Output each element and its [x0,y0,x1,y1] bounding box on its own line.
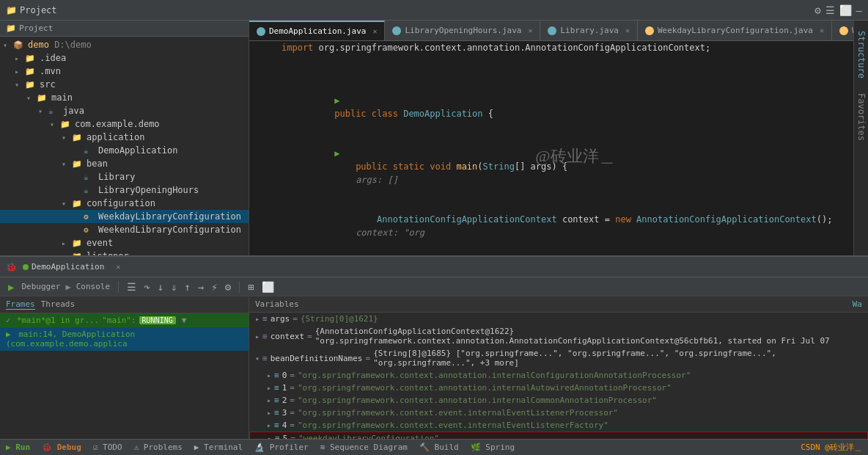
tree-item-event[interactable]: ▸ 📁 event [0,236,249,250]
dropdown-arrow[interactable]: ▼ [182,316,187,325]
tree-item-java[interactable]: ▾ ☕ java [0,104,249,117]
tab-library[interactable]: Library.java ✕ [540,21,638,40]
tree-item-bean[interactable]: ▾ 📁 bean [0,157,249,170]
tab-label-demo: DemoApplication.java [269,26,366,36]
var-item-bdn[interactable]: ▾ ≡ beanDefinitionNames = {String[8]@168… [249,347,868,369]
tree-item-listener[interactable]: ▸ 📁 listener [0,250,249,255]
favorites-icon[interactable]: Favorites [855,89,868,145]
debugger-tab[interactable]: Debugger [19,281,62,292]
tab-close-library[interactable]: ✕ [625,26,630,34]
line-content-6[interactable]: AnnotationConfigApplicationContext conte… [279,200,853,252]
var-name-0: 0 [282,371,287,380]
restore-btn[interactable]: ⬜ [260,280,276,294]
step-out-btn[interactable]: ↑ [182,280,192,294]
spring-btn[interactable]: 🌿 Spring [471,443,515,452]
tab-close-weekday[interactable]: ✕ [820,26,824,34]
tab-demoapplication[interactable]: DemoApplication.java ✕ [249,21,385,40]
tab-label-library: Library.java [560,26,618,35]
expand-icon[interactable]: ⬜ [839,4,852,16]
tree-label-com: com.example.demo [75,119,160,129]
var-val-context: {AnnotationConfigApplicationContext@1622… [315,327,862,346]
tree-item-src[interactable]: ▾ 📁 src [0,78,249,91]
tree-item-weekend[interactable]: ▸ ⚙ WeekendLibraryConfiguration [0,223,249,236]
main-icon: 📁 [37,93,48,103]
frame-item-main[interactable]: ▶ main:14, DemoApplication (com.example.… [0,327,249,351]
var-item-2[interactable]: ▸ ≡ 2 = "org.springframework.context.ann… [249,394,868,407]
var-icon-2: ≡ [274,396,279,405]
tree-item-library[interactable]: ▸ ☕ Library [0,170,249,183]
tab-icon-loh [392,26,401,35]
tab-label-weekday: WeekdayLibraryConfiguration.java [658,26,813,35]
frames-tab[interactable]: Frames [6,299,35,310]
code-area: import org.springframework.context.annot… [249,41,853,255]
debug-close[interactable]: ✕ [116,263,120,271]
var-item-args[interactable]: ▸ ≡ args = {String[0]@1621} [249,313,868,325]
line-content-4[interactable]: ▶ public class DemoApplication { [279,81,853,134]
step-into-btn[interactable]: ↓ [155,280,165,294]
frames-header: Frames Threads [0,296,249,313]
layout-icon[interactable]: ☰ [825,4,835,16]
build-btn[interactable]: 🔨 Build [419,443,459,452]
evaluate-btn[interactable]: ⚡ [209,280,219,294]
tab-weekday[interactable]: WeekdayLibraryConfiguration.java ✕ [638,21,832,40]
problems-btn[interactable]: ⚠ Problems [134,443,183,452]
threads-btn[interactable]: ☰ [125,280,139,294]
var-item-0[interactable]: ▸ ≡ 0 = "org.springframework.context.ann… [249,369,868,382]
layout-btn[interactable]: ⊞ [246,280,256,294]
tree-item-main[interactable]: ▾ 📁 main [0,91,249,104]
settings-icon[interactable]: ⚙ [814,4,820,16]
threads-tab[interactable]: Threads [41,299,75,310]
step-force-btn[interactable]: ⇓ [169,280,179,294]
debug-title-label: DemoApplication [23,262,104,272]
idea-icon: 📁 [25,54,37,63]
var-item-3[interactable]: ▸ ≡ 3 = "org.springframework.context.eve… [249,407,868,419]
var-name-bdn: beanDefinitionNames [271,354,363,363]
tree-item-libraryopeninghours[interactable]: ▸ ☕ LibraryOpeningHours [0,183,249,197]
thread-name: "main": [102,316,136,325]
var-item-5[interactable]: ▸ ≡ 5 = "weekdayLibraryConfiguration" [249,432,868,439]
tab-close-loh[interactable]: ✕ [528,26,532,34]
debug-tabs: 🐞 DemoApplication ✕ [0,257,868,277]
settings-btn[interactable]: ⚙ [223,280,233,294]
tree-item-com[interactable]: ▾ 📁 com.example.demo [0,117,249,131]
resume-btn[interactable]: ▶ [6,280,16,294]
sequence-btn[interactable]: ≋ Sequence Diagram [320,443,408,452]
variables-header: Variables Wa [249,296,868,313]
run-cursor-btn[interactable]: → [196,280,206,294]
tree-item-weekday[interactable]: ▸ ⚙ WeekdayLibraryConfiguration [0,210,249,223]
tab-close-demo[interactable]: ✕ [372,27,377,35]
com-icon: 📁 [60,120,72,129]
structure-icon[interactable]: Structure [855,26,868,83]
application-icon: 📁 [72,133,84,142]
todo-btn[interactable]: ☑ TODO [93,443,122,452]
tree-label-main: main [51,92,73,103]
tree-item-mvn[interactable]: ▸ 📁 .mvn [0,65,249,78]
line-content-1[interactable]: import org.springframework.context.annot… [279,41,853,54]
tree-item-demoapplication[interactable]: ▸ ☕ DemoApplication [0,144,249,157]
sidebar-title: Project [19,23,53,33]
project-folder-icon: 📦 [13,40,25,50]
var-item-context[interactable]: ▸ ≡ context = {AnnotationConfigApplicati… [249,325,868,347]
tree-item-idea[interactable]: ▸ 📁 .idea [0,51,249,65]
thread-item-main[interactable]: ✓ *main*@1 in gr... "main": RUNNING ▼ [0,313,249,327]
var-item-4[interactable]: ▸ ≡ 4 = "org.springframework.context.eve… [249,419,868,432]
var-icon-1: ≡ [274,383,279,393]
console-tab[interactable]: Console [74,281,112,292]
debug-btn-status[interactable]: 🐞 Debug [42,443,81,452]
tab-loh[interactable]: LibraryOpeningHours.java ✕ [385,21,540,40]
tree-item-configuration[interactable]: ▾ 📁 configuration [0,197,249,210]
tree-label-application: application [87,132,144,142]
line-gutter-1 [249,41,279,42]
tree-label-bean: bean [87,159,108,169]
close-icon[interactable]: — [856,4,862,16]
terminal-btn[interactable]: ▶ Terminal [194,443,243,452]
line-content-7[interactable]: context.getEnvironment().setActiveProfil… [279,252,853,255]
run-btn[interactable]: ▶ Run [6,443,30,452]
tab-weekend[interactable]: WeekendLibraryConfiguration.java ✕ [832,21,853,40]
watches-btn[interactable]: Wa [853,299,862,309]
profiler-btn[interactable]: 🔬 Profiler [254,443,309,452]
var-item-1[interactable]: ▸ ≡ 1 = "org.springframework.context.ann… [249,382,868,394]
tree-item-application[interactable]: ▾ 📁 application [0,131,249,144]
tree-item-project[interactable]: ▾ 📦 demo D:\demo [0,38,249,51]
step-over-btn[interactable]: ↷ [141,280,152,294]
